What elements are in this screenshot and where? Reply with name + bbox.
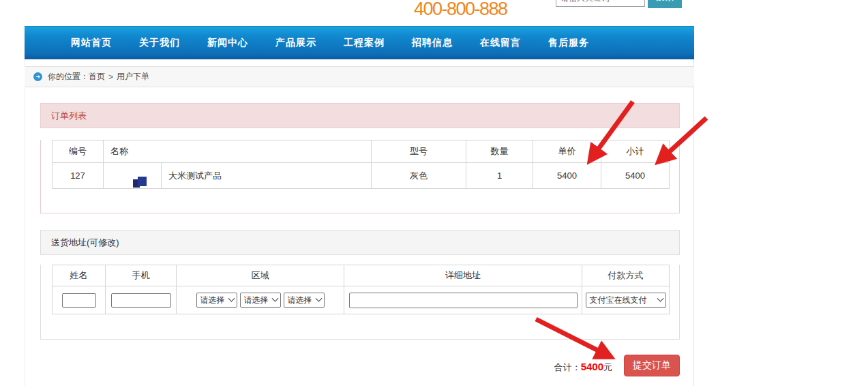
chevron-down-icon [315,295,322,301]
search-input[interactable] [556,0,645,7]
page-root: 400-800-888 搜索 网站首页 关于我们 新闻中心 产品展示 工程案例 … [0,0,868,386]
order-total: 合计：5400元 [0,361,612,374]
mobile-input[interactable] [111,293,171,308]
total-label: 合计： [554,362,581,372]
detail-address-input[interactable] [349,293,578,308]
col-header-price: 单价 [533,140,601,163]
order-id-cell: 127 [53,163,104,189]
chevron-down-icon [271,295,278,301]
address-panel-body: 姓名 手机 区域 详细地址 付款方式 请选择请选择请选择 [40,265,680,340]
mobile-cell [106,286,177,314]
col-header-qty: 数量 [466,140,533,163]
payment-method-select[interactable]: 支付宝在线支付 [586,293,666,308]
order-image-cell [104,163,162,189]
breadcrumb-home-link[interactable]: 首页 [89,71,105,83]
receiver-name-cell [53,286,106,314]
search-button[interactable]: 搜索 [648,0,682,8]
chevron-down-icon [228,295,235,301]
receiver-name-input[interactable] [62,293,96,308]
province-select[interactable]: 请选择 [196,293,237,308]
col-header-receiver-name: 姓名 [53,265,106,286]
payment-method-value: 支付宝在线支付 [590,295,647,306]
nav-item-jobs[interactable]: 招聘信息 [398,37,466,49]
order-name-cell: 大米测试产品 [162,163,372,189]
nav-item-news[interactable]: 新闻中心 [194,37,262,49]
col-header-payment: 付款方式 [582,265,670,286]
order-price-cell: 5400 [533,163,601,189]
col-header-name: 名称 [104,140,372,163]
city-select-value: 请选择 [244,295,269,306]
chevron-down-icon [657,295,663,301]
nav-item-about[interactable]: 关于我们 [125,37,194,49]
district-select[interactable]: 请选择 [284,293,325,308]
col-header-model: 型号 [372,140,466,163]
hotline-phone: 400-800-888 [414,0,507,20]
order-panel-title: 订单列表 [40,103,680,128]
col-header-region: 区域 [177,265,344,286]
breadcrumb-separator: > [108,72,113,82]
nav-item-home[interactable]: 网站首页 [57,37,125,49]
nav-item-cases[interactable]: 工程案例 [330,37,398,49]
payment-cell: 支付宝在线支付 [582,286,670,314]
submit-order-button[interactable]: 提交订单 [624,355,680,376]
nav-item-service[interactable]: 售后服务 [535,37,603,49]
order-subtotal-cell: 5400 [601,163,670,189]
order-qty-cell: 1 [466,163,533,189]
order-table-header-row: 编号 名称 型号 数量 单价 小计 [53,140,670,163]
total-unit: 元 [603,362,612,372]
address-panel-title: 送货地址(可修改) [40,230,680,255]
breadcrumb-current: 用户下单 [117,71,149,83]
order-list-panel: 订单列表 编号 名称 型号 数量 单价 小计 127 [40,103,680,213]
order-table: 编号 名称 型号 数量 单价 小计 127 大米测试产品 灰色 1 5400 [52,140,670,189]
breadcrumb-label: 你的位置： [48,71,89,83]
main-nav: 网站首页 关于我们 新闻中心 产品展示 工程案例 招聘信息 在线留言 售后服务 [25,26,694,59]
region-cell: 请选择请选择请选择 [177,286,344,314]
order-model-cell: 灰色 [372,163,466,189]
nav-item-products[interactable]: 产品展示 [262,37,330,49]
breadcrumb: ➜ 你的位置： 首页 > 用户下单 [25,66,694,87]
col-header-subtotal: 小计 [601,140,670,163]
address-panel: 送货地址(可修改) 姓名 手机 区域 详细地址 付款方式 [40,230,680,340]
col-header-address: 详细地址 [344,265,582,286]
nav-list: 网站首页 关于我们 新闻中心 产品展示 工程案例 招聘信息 在线留言 售后服务 [25,27,694,59]
total-amount: 5400 [581,361,603,372]
province-select-value: 请选择 [200,295,225,306]
nav-item-message[interactable]: 在线留言 [466,37,535,49]
col-header-mobile: 手机 [106,265,177,286]
breadcrumb-arrow-icon: ➜ [33,72,42,81]
city-select[interactable]: 请选择 [240,293,281,308]
address-cell [344,286,582,314]
order-table-row: 127 大米测试产品 灰色 1 5400 5400 [53,163,670,189]
order-panel-body: 编号 名称 型号 数量 单价 小计 127 大米测试产品 灰色 1 5400 [40,140,680,213]
address-table-header-row: 姓名 手机 区域 详细地址 付款方式 [53,265,670,286]
address-table: 姓名 手机 区域 详细地址 付款方式 请选择请选择请选择 [52,265,670,314]
district-select-value: 请选择 [288,295,312,306]
col-header-id: 编号 [53,140,104,163]
address-table-input-row: 请选择请选择请选择 支付宝在线支付 [53,286,670,314]
